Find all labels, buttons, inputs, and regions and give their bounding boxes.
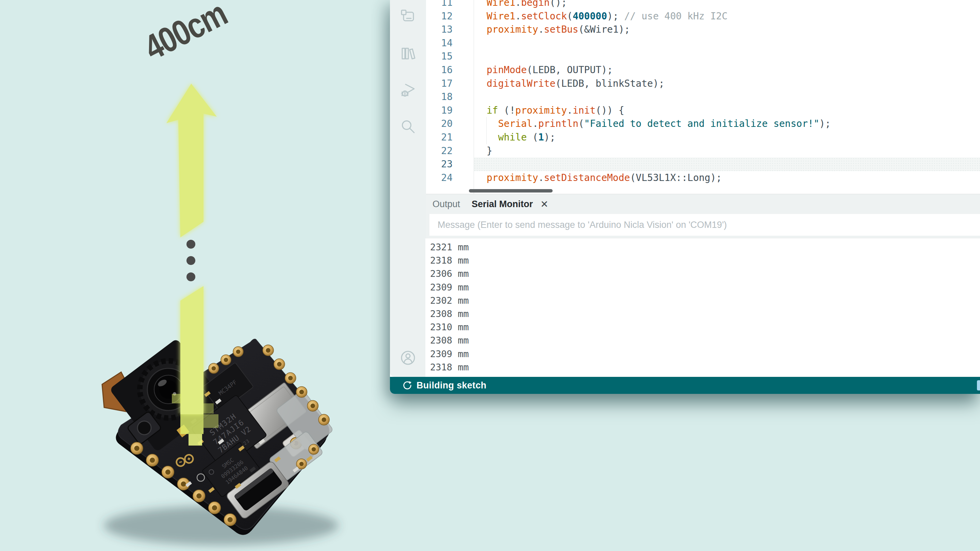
- arrow-shaft-upper: [178, 114, 204, 237]
- serial-output-line: 2318 mm: [430, 360, 980, 374]
- code-text: while (1);: [474, 130, 980, 144]
- status-label: Building sketch: [417, 380, 487, 391]
- library-manager-icon[interactable]: [400, 46, 416, 62]
- activity-sidebar: [390, 0, 426, 377]
- line-number: 18: [426, 90, 474, 104]
- account-icon[interactable]: [400, 349, 416, 366]
- code-text: proximity.setDistanceMode(VL53L1X::Long)…: [474, 171, 980, 185]
- code-text: digitalWrite(LEDB, blinkState);: [474, 77, 980, 91]
- serial-output-line: 2318 mm: [430, 254, 980, 267]
- status-bar: Building sketch: [390, 377, 980, 394]
- tab-serial-monitor[interactable]: Serial Monitor✕: [472, 198, 549, 210]
- code-text: Wire1.setClock(400000); // use 400 kHz I…: [474, 10, 980, 23]
- code-line[interactable]: 11Wire1.begin();: [426, 0, 980, 10]
- code-line[interactable]: 22}: [426, 144, 980, 158]
- code-line[interactable]: 18: [426, 90, 980, 104]
- close-tab-icon[interactable]: ✕: [540, 198, 548, 210]
- arduino-ide-window: 11Wire1.begin();12Wire1.setClock(400000)…: [390, 0, 980, 394]
- serial-output-line: 2308 mm: [430, 333, 980, 347]
- serial-output-line: 2309 mm: [430, 347, 980, 360]
- screenshot-scene: 400cm: [0, 0, 980, 551]
- status-right-sliver[interactable]: [977, 380, 980, 391]
- serial-output-line: 2310 mm: [430, 321, 980, 333]
- code-text: }: [474, 144, 980, 158]
- code-text: proximity.setBus(&Wire1);: [474, 23, 980, 37]
- bottom-panel: OutputSerial Monitor✕ 2321 mm2318 mm2306…: [426, 194, 980, 377]
- code-line[interactable]: 23: [426, 157, 980, 171]
- code-line[interactable]: 24proximity.setDistanceMode(VL53L1X::Lon…: [426, 171, 980, 185]
- panel-tabbar: OutputSerial Monitor✕: [426, 194, 980, 214]
- arrow-shaft-lower: [180, 286, 204, 414]
- line-number: 19: [426, 104, 474, 118]
- code-text: [474, 157, 980, 171]
- line-number: 21: [426, 130, 474, 144]
- indent-guide: [486, 117, 487, 144]
- search-icon[interactable]: [400, 118, 416, 135]
- code-line[interactable]: 15: [426, 50, 980, 63]
- code-line[interactable]: 20 Serial.println("Failed to detect and …: [426, 117, 980, 130]
- gutter-divider: [474, 0, 474, 194]
- code-text: [474, 37, 980, 50]
- code-line[interactable]: 21 while (1);: [426, 130, 980, 144]
- line-number: 24: [426, 171, 474, 185]
- line-number: 20: [426, 117, 474, 130]
- line-number: 16: [426, 63, 474, 77]
- line-number: 15: [426, 50, 474, 63]
- code-editor[interactable]: 11Wire1.begin();12Wire1.setClock(400000)…: [426, 0, 980, 194]
- code-line[interactable]: 19if (!proximity.init()) {: [426, 104, 980, 118]
- line-number: 23: [426, 157, 474, 171]
- serial-output-line: 2321 mm: [430, 240, 980, 254]
- line-number: 13: [426, 23, 474, 37]
- line-number: 12: [426, 10, 474, 23]
- line-number: 22: [426, 144, 474, 158]
- serial-output-line: 2306 mm: [430, 267, 980, 280]
- code-lines: 11Wire1.begin();12Wire1.setClock(400000)…: [426, 0, 980, 184]
- serial-output-line: 2302 mm: [430, 294, 980, 307]
- serial-output-line: 2308 mm: [430, 307, 980, 321]
- code-line[interactable]: 13proximity.setBus(&Wire1);: [426, 23, 980, 37]
- sync-icon: [402, 380, 412, 391]
- arrow-dots: [186, 240, 195, 281]
- boards-manager-icon[interactable]: [400, 8, 416, 24]
- tab-output[interactable]: Output: [433, 199, 460, 210]
- serial-output-line: 2309 mm: [430, 281, 980, 294]
- code-text: if (!proximity.init()) {: [474, 104, 980, 118]
- code-text: pinMode(LEDB, OUTPUT);: [474, 63, 980, 77]
- serial-monitor-output[interactable]: 2321 mm2318 mm2306 mm2309 mm2302 mm2308 …: [425, 238, 980, 377]
- line-number: 11: [426, 0, 474, 10]
- code-line[interactable]: 17digitalWrite(LEDB, blinkState);: [426, 77, 980, 91]
- line-number: 14: [426, 37, 474, 50]
- serial-message-input[interactable]: [430, 214, 980, 236]
- code-text: [474, 50, 980, 63]
- line-number: 17: [426, 77, 474, 91]
- code-text: [474, 90, 980, 104]
- code-line[interactable]: 12Wire1.setClock(400000); // use 400 kHz…: [426, 10, 980, 23]
- code-text: Wire1.begin();: [474, 0, 980, 10]
- code-line[interactable]: 14: [426, 37, 980, 50]
- code-text: Serial.println("Failed to detect and ini…: [474, 117, 980, 130]
- code-line[interactable]: 16pinMode(LEDB, OUTPUT);: [426, 63, 980, 77]
- debug-icon[interactable]: [400, 82, 416, 98]
- horizontal-scrollbar[interactable]: [469, 189, 553, 192]
